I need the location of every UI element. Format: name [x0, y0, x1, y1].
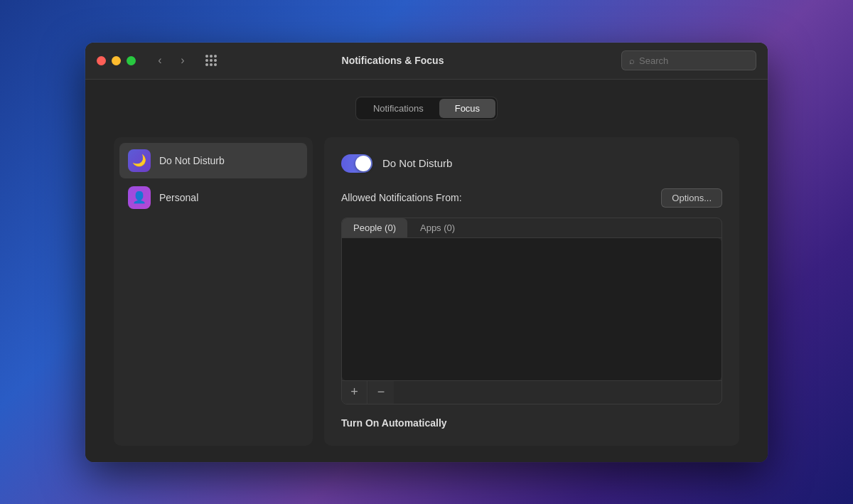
tab-switcher: Notifications Focus: [114, 97, 739, 120]
maximize-button[interactable]: [127, 56, 136, 65]
detail-panel: Do Not Disturb Allowed Notifications Fro…: [324, 137, 739, 446]
toggle-row: Do Not Disturb: [341, 154, 722, 173]
content-area: Notifications Focus 🌙 Do Not Disturb 👤 P…: [85, 80, 768, 462]
tab-notifications[interactable]: Notifications: [358, 99, 439, 118]
add-remove-row: + −: [342, 380, 721, 404]
main-window: ‹ › Notifications & Focus ⌕ Notification…: [85, 43, 768, 462]
content-panel: People (0) Apps (0) + −: [341, 218, 722, 404]
search-bar[interactable]: ⌕: [621, 50, 756, 70]
sidebar-item-personal[interactable]: 👤 Personal: [119, 180, 307, 215]
do-not-disturb-icon: 🌙: [128, 149, 151, 172]
close-button[interactable]: [97, 56, 106, 65]
back-button[interactable]: ‹: [150, 50, 170, 70]
titlebar: ‹ › Notifications & Focus ⌕: [85, 43, 768, 80]
remove-button[interactable]: −: [368, 381, 394, 404]
personal-label: Personal: [159, 192, 198, 203]
allowed-notifications-label: Allowed Notifications From:: [341, 192, 462, 203]
search-icon: ⌕: [629, 55, 635, 66]
window-title: Notifications & Focus: [173, 55, 613, 66]
tab-focus[interactable]: Focus: [439, 99, 495, 118]
sub-tab-content: [342, 238, 721, 380]
search-input[interactable]: [639, 55, 749, 66]
sidebar: 🌙 Do Not Disturb 👤 Personal: [114, 137, 313, 446]
main-layout: 🌙 Do Not Disturb 👤 Personal Do Not Distu…: [114, 137, 739, 446]
add-button[interactable]: +: [342, 381, 368, 404]
toggle-knob: [355, 156, 371, 171]
minimize-button[interactable]: [112, 56, 121, 65]
sidebar-item-do-not-disturb[interactable]: 🌙 Do Not Disturb: [119, 143, 307, 178]
personal-icon: 👤: [128, 186, 151, 209]
allowed-notifications-row: Allowed Notifications From: Options...: [341, 188, 722, 208]
traffic-lights: [97, 56, 136, 65]
sub-tab-apps[interactable]: Apps (0): [409, 218, 466, 237]
options-button[interactable]: Options...: [661, 188, 722, 208]
turn-on-automatically-label: Turn On Automatically: [341, 417, 722, 429]
sub-tab-people[interactable]: People (0): [342, 218, 407, 237]
toggle-label: Do Not Disturb: [382, 157, 452, 169]
do-not-disturb-toggle[interactable]: [341, 154, 372, 173]
do-not-disturb-label: Do Not Disturb: [159, 155, 225, 166]
sub-tabs: People (0) Apps (0): [342, 218, 721, 238]
tab-group: Notifications Focus: [355, 97, 498, 120]
